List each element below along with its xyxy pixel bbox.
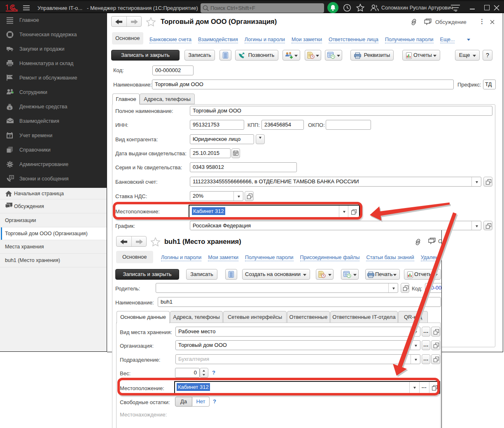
- svg-text:7: 7: [9, 134, 10, 138]
- svg-text:s: s: [9, 106, 11, 110]
